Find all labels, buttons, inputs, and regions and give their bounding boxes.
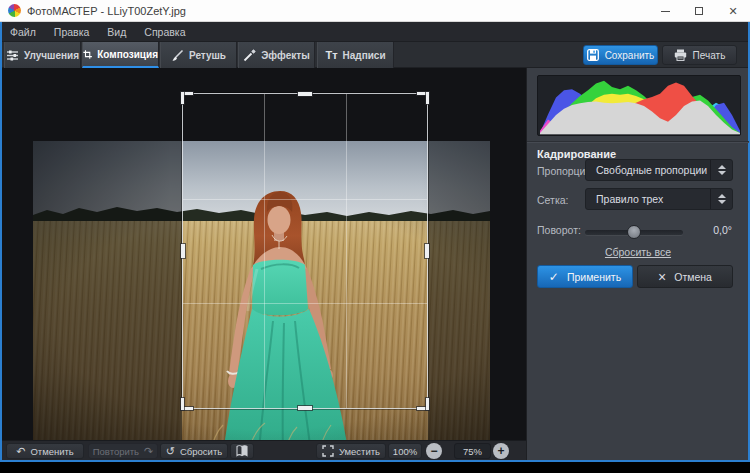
- grid-dropdown[interactable]: Правило трех: [585, 188, 733, 210]
- apply-label: Применить: [567, 271, 621, 283]
- reset-button[interactable]: ↺ Сбросить: [160, 443, 228, 459]
- close-x-icon: ×: [658, 269, 666, 285]
- panel-divider: [527, 141, 749, 143]
- crop-grid-line: [346, 94, 347, 408]
- plus-icon: +: [497, 445, 504, 457]
- text-icon: Tт: [325, 49, 337, 61]
- crop-grid-line: [183, 199, 427, 200]
- tab-label: Ретушь: [189, 50, 226, 61]
- brush-icon: [171, 49, 184, 62]
- bottom-toolbar: ↶ Отменить Повторить ↷ ↺ Сбросить: [2, 440, 526, 460]
- zoom-in-button[interactable]: +: [493, 443, 509, 459]
- spinner-arrows-icon[interactable]: [710, 189, 732, 209]
- crop-handle-bottom[interactable]: [298, 406, 312, 410]
- cancel-button[interactable]: × Отмена: [637, 265, 733, 288]
- app-logo-icon: [8, 4, 21, 17]
- crop-grid-line: [183, 303, 427, 304]
- crop-handle-top-left[interactable]: [181, 92, 184, 104]
- app-window: ФотоМАСТЕР - LLiyT00ZetY.jpg ✕ Файл Прав…: [0, 0, 750, 462]
- menu-view[interactable]: Вид: [107, 26, 126, 38]
- right-panel: Кадрирование Пропорции: Свободные пропор…: [526, 68, 748, 460]
- menu-bar: Файл Правка Вид Справка: [2, 22, 748, 42]
- tab-captions[interactable]: Tт Надписи: [317, 42, 394, 68]
- crop-grid-line: [264, 94, 265, 408]
- zoom-level-display: 75%: [454, 443, 491, 459]
- rotate-value: 0,0°: [713, 224, 732, 236]
- crop-dim-left: [33, 141, 182, 456]
- histogram: [537, 75, 741, 136]
- crop-box[interactable]: [182, 93, 428, 409]
- undo-button[interactable]: ↶ Отменить: [6, 443, 84, 459]
- crop-dim-right: [428, 141, 490, 456]
- rotate-slider-knob[interactable]: [627, 225, 641, 239]
- crop-icon: [83, 48, 92, 61]
- redo-button[interactable]: Повторить ↷: [88, 443, 158, 459]
- menu-help[interactable]: Справка: [144, 26, 185, 38]
- minus-icon: −: [430, 445, 437, 457]
- histogram-plot: [540, 78, 740, 135]
- reset-label: Сбросить: [180, 446, 222, 457]
- minimize-icon: [661, 11, 670, 12]
- tab-composition[interactable]: Композиция: [82, 42, 159, 68]
- grid-value: Правило трех: [586, 193, 710, 205]
- crop-handle-right[interactable]: [425, 244, 429, 258]
- proportions-value: Свободные пропорции: [586, 164, 710, 176]
- before-after-book-icon: [236, 445, 248, 457]
- maximize-button[interactable]: [682, 0, 716, 22]
- print-label: Печать: [693, 50, 726, 61]
- reset-all-link[interactable]: Сбросить все: [527, 246, 749, 258]
- sliders-icon: [6, 49, 19, 62]
- minimize-button[interactable]: [648, 0, 682, 22]
- undo-icon: ↶: [16, 446, 25, 457]
- fit-screen-icon: [322, 445, 334, 457]
- zoom-100-button[interactable]: 100%: [388, 443, 422, 459]
- maximize-icon: [695, 7, 703, 15]
- reset-icon: ↺: [166, 446, 175, 457]
- app-frame: Файл Правка Вид Справка Улучшения Композ…: [0, 22, 750, 462]
- tab-label: Надписи: [343, 50, 386, 61]
- tab-label: Улучшения: [24, 50, 79, 61]
- undo-label: Отменить: [30, 446, 73, 457]
- apply-button[interactable]: ✓ Применить: [537, 265, 633, 288]
- tab-label: Композиция: [97, 49, 158, 60]
- spinner-arrows-icon[interactable]: [710, 160, 732, 180]
- save-label: Сохранить: [605, 50, 655, 61]
- grid-label: Сетка:: [537, 194, 568, 206]
- proportions-dropdown[interactable]: Свободные пропорции: [585, 159, 733, 181]
- zoom-out-button[interactable]: −: [426, 443, 442, 459]
- rotate-slider[interactable]: [585, 225, 683, 239]
- title-bar: ФотоМАСТЕР - LLiyT00ZetY.jpg ✕: [0, 0, 750, 22]
- crop-handle-top-right[interactable]: [426, 92, 429, 104]
- tab-retouch[interactable]: Ретушь: [160, 42, 237, 68]
- save-button[interactable]: Сохранить: [583, 45, 658, 65]
- tab-label: Эффекты: [261, 50, 310, 61]
- crop-handle-bottom-right[interactable]: [426, 398, 429, 410]
- crop-handle-top[interactable]: [298, 92, 312, 96]
- cancel-label: Отмена: [674, 271, 712, 283]
- fit-label: Уместить: [339, 446, 380, 457]
- redo-label: Повторить: [93, 446, 139, 457]
- save-icon: [587, 49, 599, 61]
- rotate-label: Поворот:: [537, 224, 581, 236]
- redo-icon: ↷: [144, 446, 153, 457]
- crop-handle-left[interactable]: [181, 244, 185, 258]
- wand-icon: [243, 49, 256, 62]
- zoom-level-value: 75%: [463, 446, 482, 457]
- menu-file[interactable]: Файл: [10, 26, 36, 38]
- print-button[interactable]: Печать: [662, 45, 737, 65]
- menu-edit[interactable]: Правка: [54, 26, 89, 38]
- window-title: ФотоМАСТЕР - LLiyT00ZetY.jpg: [27, 5, 186, 17]
- zoom-100-label: 100%: [393, 446, 417, 457]
- tab-enhancements[interactable]: Улучшения: [4, 42, 81, 68]
- crop-handle-bottom-left[interactable]: [181, 398, 184, 410]
- before-after-button[interactable]: [230, 443, 254, 459]
- check-icon: ✓: [549, 270, 559, 284]
- close-button[interactable]: ✕: [716, 0, 750, 22]
- fit-button[interactable]: Уместить: [316, 443, 386, 459]
- tab-bar: Улучшения Композиция Ретушь: [2, 42, 748, 68]
- print-icon: [674, 49, 687, 61]
- tab-effects[interactable]: Эффекты: [238, 42, 315, 68]
